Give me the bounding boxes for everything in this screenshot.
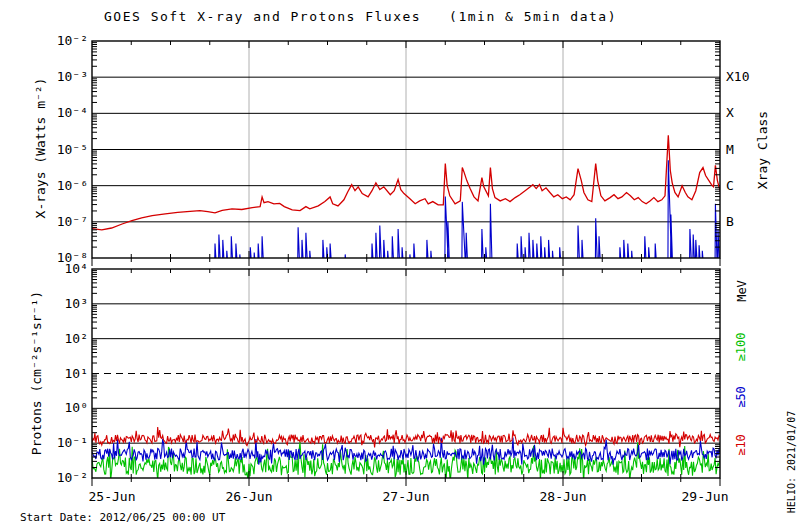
xray-ytick-label: 10⁻⁵ <box>38 143 88 157</box>
plot-canvas <box>0 0 800 530</box>
start-date-label: Start Date: 2012/06/25 00:00 UT <box>20 511 225 524</box>
protons-ytick-label: 10¹ <box>38 367 88 381</box>
protons-ytick-label: 10⁴ <box>38 262 88 276</box>
x-tick-label: 26-Jun <box>226 489 273 504</box>
xray-ytick-label: 10⁻⁶ <box>38 179 88 193</box>
xray-ytick-label: 10⁻² <box>38 34 88 48</box>
xray-class-label-m: M <box>726 142 734 157</box>
protons-ytick-label: 10² <box>38 332 88 346</box>
xray-class-label-x: X <box>726 105 734 120</box>
xray-class-axis-label: Xray Class <box>755 111 770 189</box>
protons-ytick-label: 10⁻² <box>38 471 88 485</box>
goes-flux-chart: GOES Soft X-ray and Protons Fluxes (1min… <box>0 0 800 530</box>
x-tick-label: 28-Jun <box>540 489 587 504</box>
xray-class-label-c: C <box>726 178 734 193</box>
xray-ytick-label: 10⁻³ <box>38 70 88 84</box>
proton-energy-label: ≥100 <box>734 333 748 362</box>
mev-axis-label: MeV <box>735 280 749 302</box>
xray-class-label-x10: X10 <box>726 69 749 84</box>
x-tick-label: 27-Jun <box>383 489 430 504</box>
protons-ytick-label: 10³ <box>38 297 88 311</box>
xray-ytick-label: 10⁻⁴ <box>38 106 88 120</box>
x-tick-label: 25-Jun <box>89 489 136 504</box>
xray-class-label-b: B <box>726 214 734 229</box>
proton-energy-label: ≥10 <box>734 434 748 456</box>
xray-short-05-4A-spikes <box>215 160 721 274</box>
protons-ytick-label: 10⁻¹ <box>38 436 88 450</box>
x-tick-label: 29-Jun <box>682 489 729 504</box>
protons-ytick-label: 10⁰ <box>38 401 88 415</box>
chart-title: GOES Soft X-ray and Protons Fluxes (1min… <box>104 9 617 24</box>
helio-watermark: HELIO: 2021/01/07 <box>786 411 797 513</box>
xray-ytick-label: 10⁻⁷ <box>38 215 88 229</box>
proton-energy-label: ≥50 <box>734 386 748 408</box>
